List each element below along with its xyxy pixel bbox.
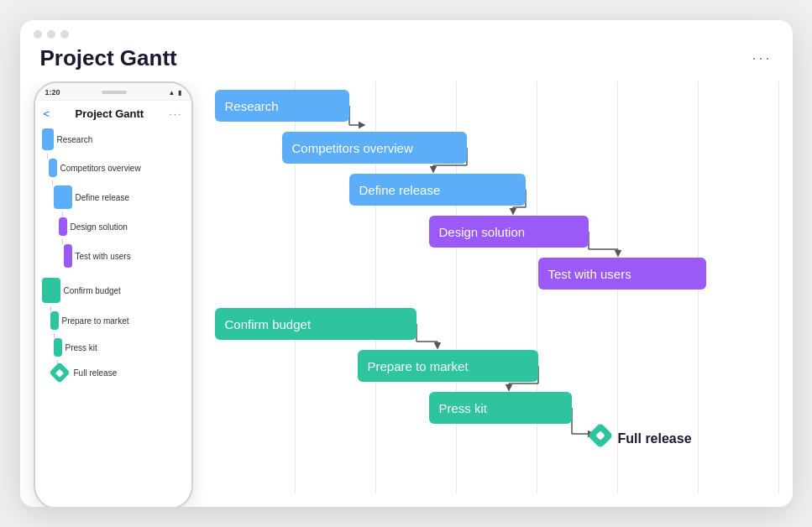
gantt-bar-test: Test with users xyxy=(538,258,706,290)
task-bar-prepare xyxy=(50,311,59,330)
list-item: Press kit xyxy=(54,338,185,357)
phone-screen: 1:20 ▲ ▮ < Project Gantt ··· xyxy=(34,81,193,507)
titlebar-dot-3 xyxy=(60,30,69,39)
connector-line xyxy=(52,180,53,185)
connector-line xyxy=(62,239,63,244)
list-item: Competitors overview xyxy=(49,159,185,177)
spacer xyxy=(42,271,185,278)
gantt-label-design: Design solution xyxy=(439,225,526,239)
task-label: Define release xyxy=(76,193,129,202)
phone-title: Project Gantt xyxy=(75,107,144,120)
task-bar-research xyxy=(42,128,54,150)
gantt-label-test: Test with users xyxy=(548,267,631,281)
gantt-label-prepare: Prepare to market xyxy=(368,359,469,373)
gantt-chart: Research Competitors overview Define rel… xyxy=(215,81,779,493)
task-bar-define xyxy=(54,185,72,209)
phone-mockup: 1:20 ▲ ▮ < Project Gantt ··· xyxy=(34,81,202,493)
window-header: Project Gantt ··· xyxy=(20,39,793,81)
gantt-label-confirm: Confirm budget xyxy=(225,317,312,331)
window-menu-dots[interactable]: ··· xyxy=(752,50,772,67)
phone-menu-dots[interactable]: ··· xyxy=(169,108,182,120)
gantt-bar-confirm: Confirm budget xyxy=(215,308,416,340)
connector-line xyxy=(47,154,48,159)
task-label: Test with users xyxy=(76,252,131,261)
list-item: Test with users xyxy=(64,244,185,268)
gantt-bar-research: Research xyxy=(215,90,349,122)
titlebar-dot-1 xyxy=(34,30,42,39)
list-item: Define release xyxy=(54,185,185,209)
gantt-label-research: Research xyxy=(225,99,279,113)
list-item: Confirm budget xyxy=(42,278,185,303)
list-item: Prepare to market xyxy=(50,311,185,330)
gantt-label-fullrelease: Full release xyxy=(618,431,692,446)
gantt-label-competitors: Competitors overview xyxy=(292,141,413,155)
task-label: Research xyxy=(57,135,93,144)
gantt-bar-prepare: Prepare to market xyxy=(358,350,538,382)
gantt-diamond-shape xyxy=(587,422,613,448)
phone-notch xyxy=(102,91,127,94)
phone-status-bar: 1:20 ▲ ▮ xyxy=(35,83,191,101)
battery-icon: ▮ xyxy=(178,89,181,97)
task-diamond-fullrelease xyxy=(49,362,70,383)
gantt-bar-design: Design solution xyxy=(429,216,589,248)
titlebar-dot-2 xyxy=(47,30,55,39)
gantt-bar-define: Define release xyxy=(349,174,526,206)
window-body: 1:20 ▲ ▮ < Project Gantt ··· xyxy=(20,81,793,507)
phone-back-button[interactable]: < xyxy=(44,107,50,120)
task-label: Competitors overview xyxy=(60,164,141,173)
task-bar-confirm xyxy=(42,278,60,303)
gantt-diamond-inner xyxy=(595,430,605,440)
task-bar-design xyxy=(59,217,67,236)
phone-signal: ▲ ▮ xyxy=(169,89,181,97)
gantt-bar-presskit: Press kit xyxy=(429,392,572,424)
task-label: Prepare to market xyxy=(62,316,129,326)
task-bar-competitors xyxy=(49,159,57,177)
window-title: Project Gantt xyxy=(40,45,177,71)
phone-header: < Project Gantt ··· xyxy=(35,101,191,123)
task-bar-test xyxy=(64,244,72,268)
task-label: Press kit xyxy=(65,343,97,352)
main-window: Project Gantt ··· 1:20 ▲ ▮ < Projec xyxy=(20,20,793,507)
phone-time: 1:20 xyxy=(45,88,60,97)
list-item: Full release xyxy=(52,365,185,380)
task-label: Confirm budget xyxy=(64,286,121,295)
list-item: Research xyxy=(42,128,185,150)
phone-task-list: Research Competitors overview Define rel… xyxy=(35,123,191,507)
task-label: Design solution xyxy=(71,222,128,232)
task-label: Full release xyxy=(74,368,118,378)
titlebar xyxy=(20,20,793,39)
task-bar-presskit xyxy=(54,338,62,357)
wifi-icon: ▲ xyxy=(169,89,175,97)
gantt-label-presskit: Press kit xyxy=(439,401,488,415)
gantt-bar-competitors: Competitors overview xyxy=(282,132,467,164)
gantt-label-define: Define release xyxy=(359,183,441,197)
gantt-items: Research Competitors overview Define rel… xyxy=(215,81,779,493)
list-item: Design solution xyxy=(59,217,185,236)
